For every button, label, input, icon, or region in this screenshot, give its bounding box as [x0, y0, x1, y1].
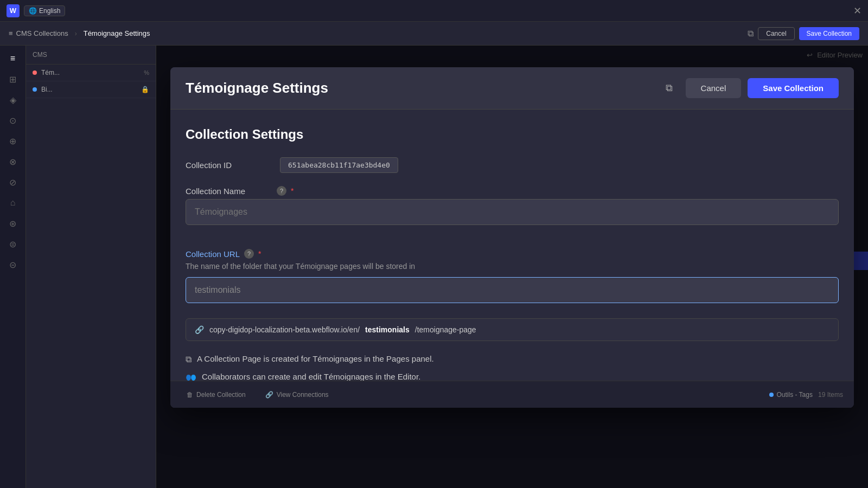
link-icon: 🔗	[195, 325, 204, 334]
cms-collection-item-2[interactable]: Bi... 🔒	[26, 81, 156, 98]
collection-dot-2	[33, 87, 37, 92]
left-sidebar: ≡ ⊞ ◈ ⊙ ⊕ ⊗ ⊘ ⌂ ⊛ ⊜ ⊝	[0, 46, 26, 488]
modal-save-button[interactable]: Save Collection	[748, 78, 839, 98]
sidebar-icon-settings[interactable]: ⊘	[4, 174, 22, 191]
breadcrumb-bar: ≡ CMS Collections › Témoignage Settings …	[0, 22, 868, 46]
collection-id-value: 651abea28cb11f17ae3bd4e0	[280, 157, 398, 173]
modal-header-actions: ⧉ Cancel Save Collection	[660, 78, 839, 98]
cms-icon: ≡	[9, 29, 13, 37]
collection-url-help-icon[interactable]: ?	[244, 249, 254, 259]
modal-copy-button[interactable]: ⧉	[660, 79, 679, 98]
collection-settings-modal: Témoignage Settings ⧉ Cancel Save Collec…	[170, 67, 854, 408]
modal-body: Collection Settings Collection ID 651abe…	[170, 110, 854, 408]
info-row-1: ⧉ A Collection Page is created for Témoi…	[186, 354, 839, 364]
collection-name-label: Collection Name	[186, 187, 272, 196]
url-preview-slug: testimonials	[365, 325, 410, 334]
language-label: English	[39, 7, 60, 15]
main-layout: ≡ ⊞ ◈ ⊙ ⊕ ⊗ ⊘ ⌂ ⊛ ⊜ ⊝ CMS Tém... % Bi...…	[0, 46, 868, 488]
language-selector[interactable]: 🌐 English	[24, 5, 65, 16]
sidebar-icon-ecommerce[interactable]: ⊕	[4, 132, 22, 150]
sidebar-icon-home[interactable]: ⌂	[4, 194, 22, 211]
sidebar-icon-pages[interactable]: ⊞	[4, 70, 22, 88]
collection-badge-1: %	[144, 69, 149, 76]
collection-dot-1	[33, 70, 37, 75]
modal-footer-bar: 🗑 Delete Collection 🔗 View Connections O…	[170, 381, 854, 408]
sidebar-icon-seo[interactable]: ⊛	[4, 215, 22, 232]
breadcrumb-cancel-button[interactable]: Cancel	[758, 27, 794, 40]
collection-name-required: *	[291, 187, 293, 195]
tag-label: Outils - Tags	[777, 391, 813, 399]
delete-collection-button[interactable]: 🗑 Delete Collection	[181, 389, 251, 401]
collection-name-help-icon[interactable]: ?	[277, 186, 286, 196]
connections-icon: 🔗	[265, 391, 273, 399]
cms-sidebar: CMS Tém... % Bi... 🔒	[26, 46, 156, 488]
collection-label-2: Bi...	[41, 86, 53, 93]
collection-name-section: Collection Name ? *	[186, 186, 839, 236]
sidebar-icon-user[interactable]: ⊝	[4, 256, 22, 273]
info-section: ⧉ A Collection Page is created for Témoi…	[186, 354, 839, 383]
collection-url-label: Collection URL	[186, 249, 240, 259]
sidebar-icon-search[interactable]: ⊜	[4, 235, 22, 253]
breadcrumb-separator: ›	[75, 30, 77, 37]
collection-url-header: Collection URL ? *	[186, 249, 839, 259]
breadcrumb-cms-label: CMS Collections	[16, 29, 68, 37]
breadcrumb-active-label: Témoignage Settings	[84, 29, 150, 37]
info-text-2: Collaborators can create and edit Témoig…	[202, 372, 420, 381]
section-title: Collection Settings	[186, 127, 839, 142]
collection-label-1: Tém...	[41, 69, 60, 76]
collection-url-description: The name of the folder that your Témoign…	[186, 262, 839, 271]
sidebar-icon-interactions[interactable]: ⊗	[4, 153, 22, 170]
collection-name-header: Collection Name ? *	[186, 186, 839, 196]
view-connections-button[interactable]: 🔗 View Connections	[260, 389, 334, 401]
tag-count: 19 Items	[818, 391, 843, 399]
collection-url-section: Collection URL ? * The name of the folde…	[186, 249, 839, 341]
cms-collection-item-1[interactable]: Tém... %	[26, 65, 156, 81]
collection-id-row: Collection ID 651abea28cb11f17ae3bd4e0	[186, 157, 839, 173]
url-preview-box: 🔗 copy-digidop-localization-beta.webflow…	[186, 318, 839, 341]
modal-title: Témoignage Settings	[186, 80, 328, 97]
cms-sidebar-title: CMS	[33, 51, 47, 59]
collection-url-input[interactable]	[186, 277, 839, 303]
sidebar-icon-assets[interactable]: ⊙	[4, 112, 22, 129]
collection-name-input[interactable]	[186, 199, 839, 225]
modal-cancel-button[interactable]: Cancel	[686, 78, 742, 98]
pages-icon: ⧉	[186, 355, 192, 364]
breadcrumb-cms[interactable]: ≡ CMS Collections	[9, 29, 68, 37]
collection-id-label: Collection ID	[186, 160, 272, 170]
collection-url-required: *	[258, 249, 261, 258]
breadcrumb-save-button[interactable]: Save Collection	[799, 27, 859, 40]
tag-dot	[769, 393, 774, 397]
modal-overlay: Témoignage Settings ⧉ Cancel Save Collec…	[156, 46, 868, 488]
app-logo: W	[7, 4, 20, 17]
main-content: ↩ Editor Preview Témoignage Settings ⧉ C…	[156, 46, 868, 488]
delete-icon: 🗑	[187, 391, 193, 399]
connections-label: View Connections	[277, 391, 329, 399]
globe-icon: 🌐	[29, 7, 37, 15]
breadcrumb-actions: ⧉ Cancel Save Collection	[748, 27, 859, 40]
sidebar-icon-cms[interactable]: ≡	[4, 50, 22, 67]
collection-icon-2: 🔒	[141, 86, 149, 93]
modal-header: Témoignage Settings ⧉ Cancel Save Collec…	[170, 67, 854, 110]
delete-label: Delete Collection	[196, 391, 246, 399]
cms-sidebar-header: CMS	[26, 46, 156, 65]
tag-item: Outils - Tags 19 Items	[769, 391, 844, 399]
copy-icon-sm: ⧉	[748, 29, 754, 38]
close-button[interactable]: ✕	[853, 5, 861, 17]
url-preview-suffix: /temoignage-page	[415, 325, 476, 334]
url-preview-prefix: copy-digidop-localization-beta.webflow.i…	[209, 325, 360, 334]
sidebar-icon-components[interactable]: ◈	[4, 91, 22, 108]
info-text-1: A Collection Page is created for Témoign…	[197, 354, 434, 363]
top-bar: W 🌐 English ✕	[0, 0, 868, 22]
